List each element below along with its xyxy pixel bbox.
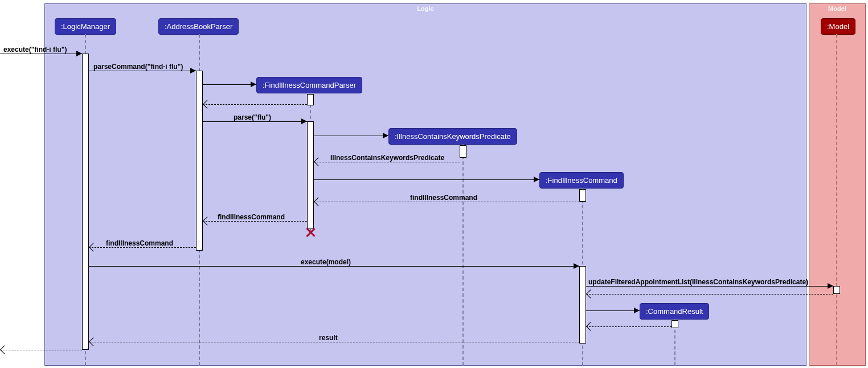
region-model: Model <box>809 3 866 366</box>
activation-command-result <box>672 320 678 328</box>
msg-fic-return-3: findIllnessCommand <box>106 239 173 247</box>
head-logic-manager: :LogicManager <box>55 18 116 35</box>
lifeline-model <box>836 34 837 366</box>
region-logic-title: Logic <box>45 5 806 12</box>
activation-logic-manager <box>82 54 89 350</box>
arrowhead-m5 <box>301 118 307 124</box>
activation-ficp-create <box>307 94 314 105</box>
msg-parse: parse("flu") <box>234 113 271 121</box>
head-find-illness-command-parser: :FindIllnessCommandParser <box>256 77 362 93</box>
arrowhead-m18 <box>0 345 9 354</box>
msg-parse-command: parseCommand("find-i flu") <box>93 63 183 71</box>
arrowhead-m6 <box>383 133 388 138</box>
head-find-illness-command: :FindIllnessCommand <box>539 172 624 189</box>
msg-fic-return-2: findIllnessCommand <box>218 213 285 221</box>
destroy-ficp <box>305 228 314 237</box>
sequence-diagram: Logic Model :LogicManager :AddressBookPa… <box>0 0 868 368</box>
lifeline-illness-predicate <box>462 144 464 366</box>
msg-execute-model: execute(model) <box>301 258 351 266</box>
activation-ficp-parse <box>307 121 314 228</box>
msg-update-filtered: updateFilteredAppointmentList(IllnessCon… <box>588 278 808 286</box>
msg-result: result <box>319 334 338 342</box>
msg-predicate-return: IllnessContainsKeywordsPredicate <box>330 154 444 162</box>
arrowhead-m8 <box>534 177 539 182</box>
arrowhead-m1 <box>76 51 82 56</box>
arrowhead-m12 <box>574 263 579 269</box>
head-address-book-parser: :AddressBookParser <box>158 18 239 35</box>
head-command-result: :CommandResult <box>640 303 709 320</box>
activation-predicate-create <box>460 145 466 158</box>
msg-fic-return-1: findIllnessCommand <box>410 194 477 202</box>
head-model: :Model <box>821 18 855 35</box>
msg-execute-findi: execute("find-i flu") <box>3 46 67 54</box>
arrowhead-m13 <box>828 283 833 289</box>
region-model-title: Model <box>809 5 865 12</box>
arrowhead-m2 <box>190 68 196 73</box>
activation-fic-create <box>579 189 586 202</box>
activation-address-book-parser <box>196 71 203 251</box>
activation-model <box>833 286 840 294</box>
head-illness-predicate: :IllnessContainsKeywordsPredicate <box>388 128 517 145</box>
activation-fic-execute <box>579 266 586 344</box>
arrowhead-m3 <box>251 81 256 87</box>
arrowhead-m15 <box>634 308 640 313</box>
